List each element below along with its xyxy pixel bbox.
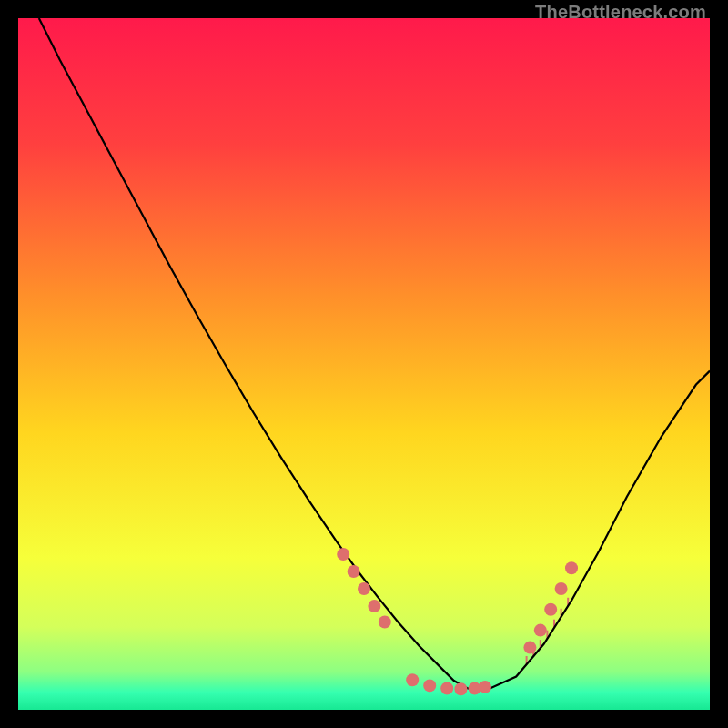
svg-point-18 <box>523 642 536 654</box>
svg-point-22 <box>565 561 578 574</box>
svg-point-20 <box>544 603 557 616</box>
svg-point-12 <box>406 673 419 686</box>
svg-point-15 <box>454 682 467 695</box>
svg-point-21 <box>555 582 568 595</box>
gradient-background <box>18 18 710 710</box>
watermark-label: TheBottleneck.com <box>535 2 706 23</box>
svg-point-17 <box>479 681 491 693</box>
chart-svg <box>18 18 710 710</box>
svg-point-10 <box>368 600 380 612</box>
svg-point-11 <box>379 615 391 628</box>
svg-point-13 <box>423 679 436 692</box>
svg-point-7 <box>337 548 349 561</box>
svg-point-8 <box>348 565 360 578</box>
chart-frame <box>18 18 710 710</box>
svg-point-9 <box>358 582 370 595</box>
svg-point-14 <box>440 682 453 694</box>
svg-point-19 <box>534 624 547 637</box>
